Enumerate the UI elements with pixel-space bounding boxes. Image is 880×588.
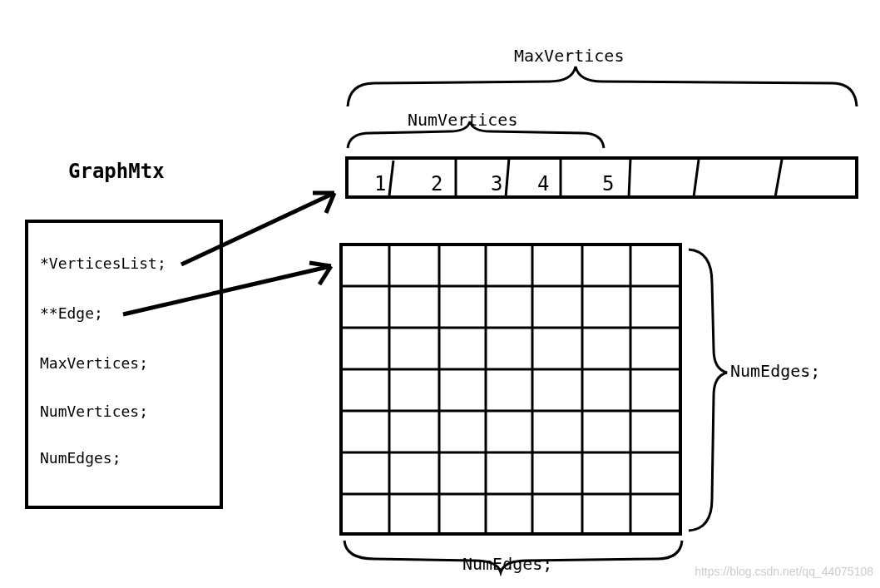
diagram-svg (0, 0, 880, 588)
